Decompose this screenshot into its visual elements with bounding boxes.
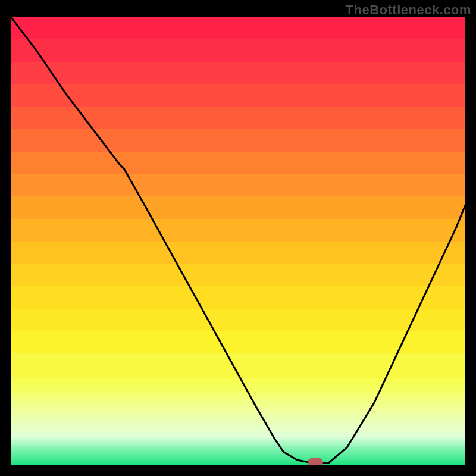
curve-svg (11, 17, 465, 465)
watermark-text: TheBottleneck.com (346, 2, 471, 18)
optimum-marker (308, 458, 323, 465)
chart-frame: TheBottleneck.com (0, 0, 476, 476)
bottleneck-curve (11, 17, 465, 463)
plot-area (11, 17, 465, 465)
